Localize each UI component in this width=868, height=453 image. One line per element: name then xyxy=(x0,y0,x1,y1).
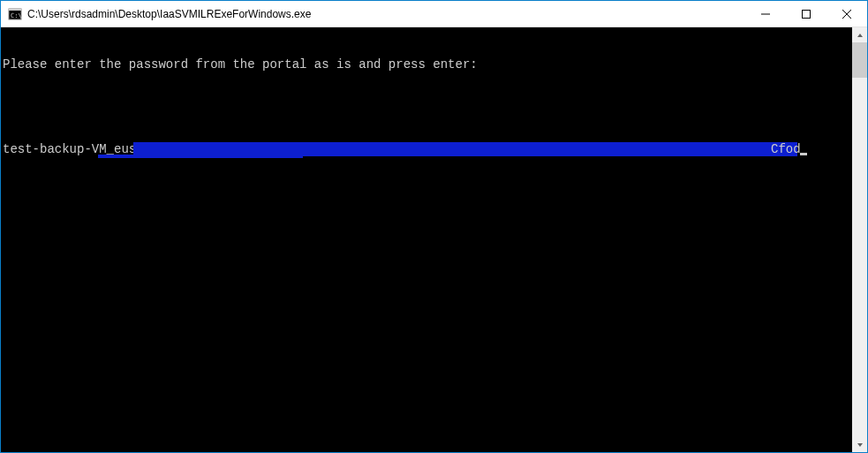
app-icon: C:\ xyxy=(8,7,22,21)
scroll-thumb[interactable] xyxy=(852,42,867,78)
console-output[interactable]: Please enter the password from the porta… xyxy=(1,27,852,452)
console-redacted-tail: Cfod xyxy=(771,142,801,156)
scroll-up-button[interactable] xyxy=(852,27,867,42)
svg-rect-1 xyxy=(9,9,21,11)
svg-rect-4 xyxy=(803,10,811,18)
scroll-down-button[interactable] xyxy=(852,437,867,452)
window-title: C:\Users\rdsadmin\Desktop\IaaSVMILRExeFo… xyxy=(27,8,745,20)
console-blank-line xyxy=(3,100,852,114)
minimize-button[interactable] xyxy=(745,1,786,26)
maximize-button[interactable] xyxy=(786,1,826,26)
titlebar: C:\ C:\Users\rdsadmin\Desktop\IaaSVMILRE… xyxy=(1,1,867,27)
console-input-line: test-backup-VM_eusCfod xyxy=(3,142,852,156)
svg-marker-8 xyxy=(857,443,863,447)
scroll-track[interactable] xyxy=(852,42,867,437)
redaction-underline xyxy=(98,155,303,158)
console-prompt-line: Please enter the password from the porta… xyxy=(3,57,852,72)
text-cursor xyxy=(800,153,807,155)
window-controls xyxy=(745,1,867,26)
close-button[interactable] xyxy=(826,1,867,26)
svg-text:C:\: C:\ xyxy=(11,12,22,19)
svg-marker-7 xyxy=(857,34,863,37)
vertical-scrollbar[interactable] xyxy=(852,27,867,452)
client-area: Please enter the password from the porta… xyxy=(1,27,867,452)
